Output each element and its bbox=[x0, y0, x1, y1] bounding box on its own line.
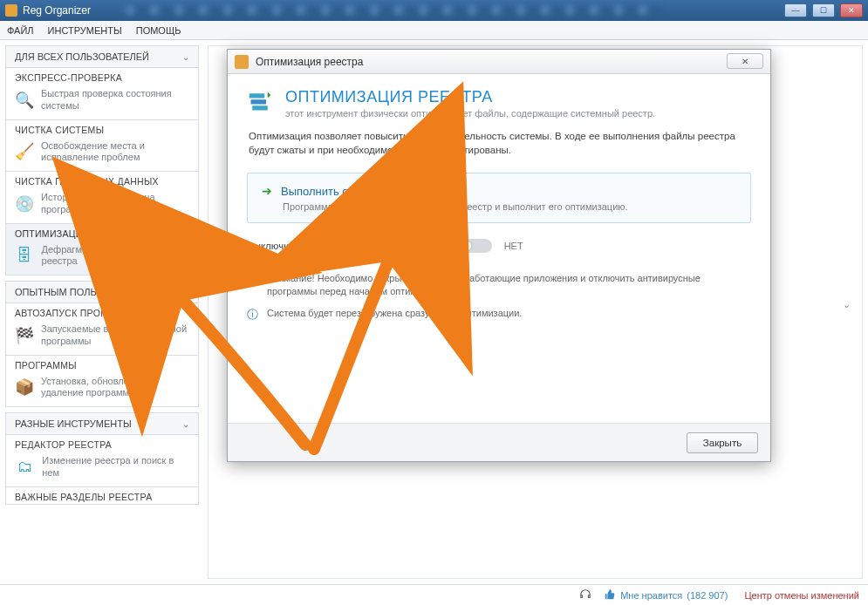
sidebar: ДЛЯ ВСЕХ ПОЛЬЗОВАТЕЛЕЙ ⌄ ЭКСПРЕСС-ПРОВЕР… bbox=[5, 45, 199, 579]
scroll-down-icon[interactable]: ⌄ bbox=[843, 299, 858, 309]
sidebar-item-title: РЕДАКТОР РЕЕСТРА bbox=[6, 435, 198, 452]
sidebar-item-title: ПРОГРАММЫ bbox=[6, 356, 198, 372]
info-text: Система будет перезагружена сразу после … bbox=[267, 307, 522, 323]
sidebar-item-programs[interactable]: ПРОГРАММЫ 📦 Установка, обновление и удал… bbox=[5, 356, 199, 408]
statusbar: Мне нравится (182 907) Центр отмены изме… bbox=[0, 584, 868, 605]
sidebar-item-title: ЭКСПРЕСС-ПРОВЕРКА bbox=[6, 68, 198, 85]
sidebar-item-title: ЧИСТКА ПРИВАТНЫХ ДАННЫХ bbox=[6, 172, 198, 188]
registry-icon: 🗄 bbox=[15, 245, 35, 266]
sidebar-item-important-sections[interactable]: ВАЖНЫЕ РАЗДЕЛЫ РЕЕСТРА bbox=[5, 487, 199, 505]
sidebar-item-desc: Запускаемые вместе с системой программы bbox=[41, 323, 189, 348]
sidebar-item-autostart[interactable]: АВТОЗАПУСК ПРОГРАММ 🏁 Запускаемые вместе… bbox=[5, 303, 199, 356]
registry-optimize-icon bbox=[247, 88, 273, 114]
shutdown-label: Выключить компьютер после оптимизации bbox=[247, 241, 447, 251]
headset-icon bbox=[579, 588, 591, 602]
dialog-app-icon bbox=[235, 55, 249, 69]
sidebar-section-advanced[interactable]: ОПЫТНЫМ ПОЛЬЗОВАТЕЛЯМ ⌄ bbox=[5, 281, 199, 303]
status-like[interactable]: Мне нравится (182 907) bbox=[604, 588, 728, 602]
dialog-title: Оптимизация реестра bbox=[256, 56, 363, 68]
chevron-down-icon: ⌄ bbox=[182, 288, 189, 297]
sidebar-item-title: ЧИСТКА СИСТЕМЫ bbox=[6, 120, 198, 137]
registry-optimization-dialog: Оптимизация реестра ✕ ОПТИМИЗАЦИЯ РЕЕСТР… bbox=[227, 49, 771, 462]
window-close-button[interactable]: ✕ bbox=[840, 3, 863, 17]
broom-icon: 🧹 bbox=[15, 141, 34, 162]
dialog-close-footer-button[interactable]: Закрыть bbox=[687, 432, 758, 453]
menu-tools[interactable]: ИНСТРУМЕНТЫ bbox=[48, 25, 122, 36]
dialog-titlebar[interactable]: Оптимизация реестра ✕ bbox=[228, 50, 770, 74]
sidebar-item-title: АВТОЗАПУСК ПРОГРАММ bbox=[6, 303, 198, 320]
like-label: Мне нравится bbox=[620, 590, 682, 601]
sidebar-section-all-users[interactable]: ДЛЯ ВСЕХ ПОЛЬЗОВАТЕЛЕЙ ⌄ bbox=[5, 45, 199, 68]
undo-label: Центр отмены изменений bbox=[744, 590, 859, 601]
sidebar-item-desc: Истории браузеров, кэша программ и др. bbox=[41, 192, 189, 216]
dialog-heading: ОПТИМИЗАЦИЯ РЕЕСТРА bbox=[285, 88, 655, 106]
warning-text: Внимание! Необходимо закрыть все другие … bbox=[267, 272, 751, 298]
sidebar-section-label: ДЛЯ ВСЕХ ПОЛЬЗОВАТЕЛЕЙ bbox=[15, 51, 149, 62]
window-minimize-button[interactable]: — bbox=[784, 3, 807, 17]
arrow-right-icon: ➔ bbox=[262, 184, 272, 198]
sidebar-item-registry-optimize[interactable]: ОПТИМИЗАЦИЯ РЕЕСТРА 🗄 Дефрагментация и с… bbox=[5, 224, 199, 276]
shutdown-toggle[interactable] bbox=[459, 239, 492, 253]
dialog-subheading: этот инструмент физически оптимизирует ф… bbox=[285, 108, 655, 119]
action-title: Выполнить оптимизацию реестра bbox=[281, 185, 459, 198]
shutdown-value: НЕТ bbox=[504, 241, 523, 251]
like-count: (182 907) bbox=[687, 590, 728, 601]
sidebar-item-express-check[interactable]: ЭКСПРЕСС-ПРОВЕРКА 🔍 Быстрая проверка сос… bbox=[5, 68, 199, 120]
sidebar-item-desc: Установка, обновление и удаление програм… bbox=[41, 376, 189, 400]
warning-icon: ⚠ bbox=[247, 272, 258, 298]
sidebar-item-desc: Освобождение места и исправление проблем bbox=[41, 140, 189, 165]
sidebar-item-title: ВАЖНЫЕ РАЗДЕЛЫ РЕЕСТРА bbox=[6, 487, 198, 504]
status-undo-center[interactable]: Центр отмены изменений bbox=[740, 590, 859, 601]
thumbs-up-icon bbox=[604, 588, 616, 602]
package-icon: 📦 bbox=[15, 377, 34, 398]
sidebar-item-desc: Быстрая проверка состояния системы bbox=[41, 88, 189, 112]
window-maximize-button[interactable]: ☐ bbox=[812, 3, 835, 17]
sidebar-item-desc: Дефрагментация и сжатие реестра bbox=[42, 244, 189, 269]
tree-icon: 🗂 bbox=[15, 457, 35, 478]
action-desc: Программа проанализирует системный реест… bbox=[283, 201, 736, 212]
app-title: Reg Organizer bbox=[23, 4, 91, 17]
status-support[interactable] bbox=[579, 588, 591, 602]
app-icon bbox=[5, 4, 17, 17]
chevron-down-icon: ⌄ bbox=[182, 52, 189, 62]
sidebar-item-title: ОПТИМИЗАЦИЯ РЕЕСТРА bbox=[6, 224, 198, 241]
sidebar-section-tools[interactable]: РАЗНЫЕ ИНСТРУМЕНТЫ ⌄ bbox=[5, 412, 199, 435]
disc-icon: 💿 bbox=[15, 194, 34, 214]
svg-rect-1 bbox=[251, 99, 267, 104]
dialog-paragraph: Оптимизация позволяет повысить производи… bbox=[249, 129, 749, 157]
titlebar-taskbar-hints bbox=[126, 6, 662, 15]
svg-rect-2 bbox=[252, 105, 268, 110]
sidebar-item-desc: Изменение реестра и поиск в нем bbox=[42, 455, 189, 479]
flag-icon: 🏁 bbox=[15, 325, 34, 346]
info-icon: ⓘ bbox=[247, 307, 258, 323]
run-optimization-button[interactable]: ➔ Выполнить оптимизацию реестра Программ… bbox=[247, 173, 751, 223]
menu-help[interactable]: ПОМОЩЬ bbox=[136, 25, 181, 36]
sidebar-item-system-clean[interactable]: ЧИСТКА СИСТЕМЫ 🧹 Освобождение места и ис… bbox=[5, 120, 199, 173]
sidebar-item-private-clean[interactable]: ЧИСТКА ПРИВАТНЫХ ДАННЫХ 💿 Истории браузе… bbox=[5, 172, 199, 224]
sidebar-section-label: ОПЫТНЫМ ПОЛЬЗОВАТЕЛЯМ bbox=[15, 287, 154, 297]
sidebar-section-label: РАЗНЫЕ ИНСТРУМЕНТЫ bbox=[15, 418, 132, 429]
window-titlebar: Reg Organizer — ☐ ✕ bbox=[0, 0, 868, 21]
menubar: ФАЙЛ ИНСТРУМЕНТЫ ПОМОЩЬ bbox=[0, 21, 868, 40]
magnifier-icon: 🔍 bbox=[15, 90, 34, 111]
dialog-close-button[interactable]: ✕ bbox=[727, 53, 763, 69]
chevron-down-icon: ⌄ bbox=[182, 419, 189, 429]
svg-rect-0 bbox=[249, 93, 265, 98]
sidebar-item-registry-editor[interactable]: РЕДАКТОР РЕЕСТРА 🗂 Изменение реестра и п… bbox=[5, 435, 199, 487]
menu-file[interactable]: ФАЙЛ bbox=[7, 25, 34, 36]
